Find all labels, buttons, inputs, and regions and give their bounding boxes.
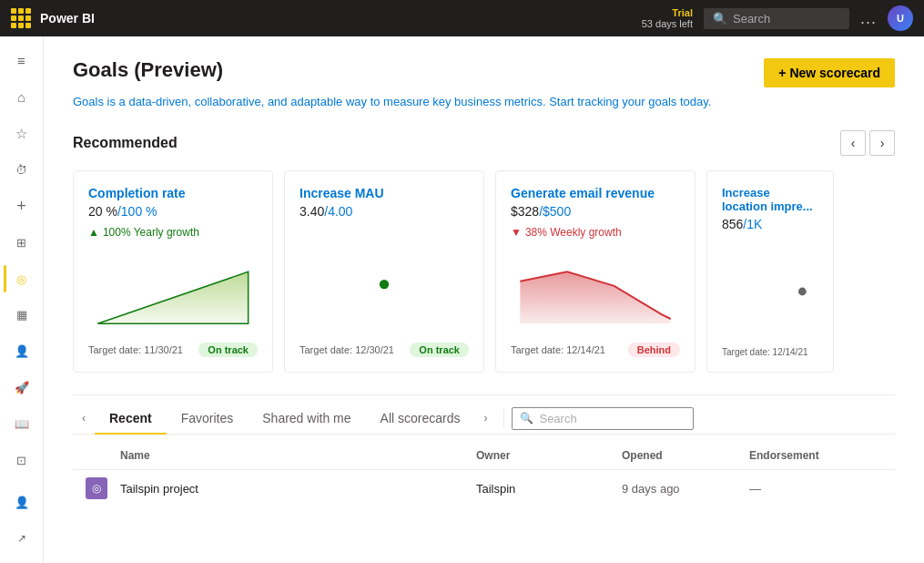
card-1-target-date: Target date: 11/30/21 xyxy=(88,344,183,355)
card-2-footer: Target date: 12/30/21 On track xyxy=(300,343,469,357)
global-search-input[interactable] xyxy=(733,12,842,26)
svg-marker-0 xyxy=(97,271,248,323)
tab-all-scorecards[interactable]: All scorecards xyxy=(366,404,475,435)
card-3-title: Generate email revenue xyxy=(511,186,680,200)
tabs-section: ‹ Recent Favorites Shared with me All sc… xyxy=(73,394,895,507)
trial-label: Trial xyxy=(672,7,693,18)
more-options-button[interactable]: ... xyxy=(860,9,877,28)
tab-recent[interactable]: Recent xyxy=(95,404,167,435)
col-header-endorsement: Endorsement xyxy=(742,445,888,466)
col-header-name: Name xyxy=(113,445,469,466)
nav-hamburger[interactable]: ≡ xyxy=(4,44,40,78)
nav-metrics[interactable]: ▦ xyxy=(4,298,40,333)
nav-goals[interactable]: ◎ xyxy=(4,261,40,296)
card-3-value: $328/$500 xyxy=(511,204,680,219)
search-icon: 🔍 xyxy=(713,12,727,26)
svg-point-3 xyxy=(798,287,807,295)
new-scorecard-button[interactable]: + New scorecard xyxy=(764,58,895,87)
card-3-target-date: Target date: 12/14/21 xyxy=(511,344,605,355)
card-completion-rate[interactable]: Completion rate 20 %/100 % ▲ 100% Yearly… xyxy=(73,170,273,373)
row-endorsement: — xyxy=(742,482,888,496)
row-name: Tailspin project xyxy=(113,482,469,496)
table-header: Name Owner Opened Endorsement xyxy=(73,445,895,466)
content-area: ≡ ⌂ ☆ ⏱ + ⊞ ◎ ▦ 👤 🚀 📖 ⊡ 👤 ↗ Goals (Previ… xyxy=(0,36,924,563)
card-2-value: 3.40/4.00 xyxy=(300,204,469,219)
tab-favorites[interactable]: Favorites xyxy=(167,404,249,435)
nav-user-profile[interactable]: 👤 xyxy=(4,485,40,519)
tabs-next-arrow[interactable]: › xyxy=(474,404,496,433)
card-3-footer: Target date: 12/14/21 Behind xyxy=(511,343,680,357)
card-2-target-date: Target date: 12/30/21 xyxy=(300,344,394,355)
col-header-owner: Owner xyxy=(469,445,614,466)
app-logo-grid xyxy=(11,8,31,28)
nav-sidebar: ≡ ⌂ ☆ ⏱ + ⊞ ◎ ▦ 👤 🚀 📖 ⊡ 👤 ↗ xyxy=(0,36,44,563)
nav-expand[interactable]: ↗ xyxy=(4,521,40,556)
card-1-title: Completion rate xyxy=(88,186,258,200)
recommended-section-header: Recommended ‹ › xyxy=(73,130,895,156)
page-content: Goals (Preview) + New scorecard Goals is… xyxy=(44,36,924,563)
nav-people[interactable]: 👤 xyxy=(4,334,40,369)
card-4-chart xyxy=(722,242,818,340)
card-1-status-badge: On track xyxy=(198,343,258,357)
page-header: Goals (Preview) + New scorecard xyxy=(73,58,895,87)
nav-home[interactable]: ⌂ xyxy=(4,80,40,115)
card-2-status-badge: On track xyxy=(410,343,469,357)
nav-book[interactable]: 📖 xyxy=(4,407,40,442)
card-4-value: 856/1K xyxy=(722,217,818,231)
recommended-cards-row: Completion rate 20 %/100 % ▲ 100% Yearly… xyxy=(73,170,895,373)
app-branding: Power BI xyxy=(11,8,95,28)
scorecard-icon: ◎ xyxy=(86,477,107,499)
table-row[interactable]: ◎ Tailspin project Tailspin 9 days ago — xyxy=(73,469,895,507)
user-avatar[interactable]: U xyxy=(888,5,913,31)
card-4-footer: Target date: 12/14/21 xyxy=(722,347,818,357)
card-1-value: 20 %/100 % xyxy=(88,204,258,219)
card-location[interactable]: Increase location impre... 856/1K Target… xyxy=(706,170,834,373)
page-description: Goals is a data-driven, collaborative, a… xyxy=(73,95,895,108)
tab-search-icon: 🔍 xyxy=(520,412,533,425)
row-opened: 9 days ago xyxy=(614,482,742,496)
card-2-title: Increase MAU xyxy=(300,186,469,200)
nav-create[interactable]: + xyxy=(4,189,40,223)
nav-favorites[interactable]: ☆ xyxy=(4,117,40,151)
carousel-next-button[interactable]: › xyxy=(869,130,895,156)
nav-recent[interactable]: ⏱ xyxy=(4,153,40,188)
col-header-opened: Opened xyxy=(614,445,742,466)
card-3-status-badge: Behind xyxy=(628,343,680,357)
card-email-revenue[interactable]: Generate email revenue $328/$500 ▼ 38% W… xyxy=(495,170,696,373)
tab-search-box[interactable]: 🔍 xyxy=(512,407,694,430)
tabs-nav: ‹ Recent Favorites Shared with me All sc… xyxy=(73,403,895,435)
top-bar: Power BI Trial 53 days left 🔍 ... U xyxy=(0,0,924,36)
tab-shared-with-me[interactable]: Shared with me xyxy=(248,404,365,435)
card-4-target-date: Target date: 12/14/21 xyxy=(722,347,808,357)
row-owner: Tailspin xyxy=(469,482,614,496)
card-4-title: Increase location impre... xyxy=(722,186,818,213)
nav-learn[interactable]: 🚀 xyxy=(4,371,40,405)
svg-point-1 xyxy=(380,280,389,289)
global-search-box[interactable]: 🔍 xyxy=(704,8,849,29)
card-increase-mau[interactable]: Increase MAU 3.40/4.00 Target date: 12/3… xyxy=(284,170,484,373)
app-name: Power BI xyxy=(40,11,95,26)
tabs-prev-arrow[interactable]: ‹ xyxy=(73,404,95,433)
tab-divider xyxy=(503,409,504,427)
card-2-chart xyxy=(300,230,469,335)
carousel-arrows: ‹ › xyxy=(840,130,895,156)
nav-workspaces[interactable]: ⊡ xyxy=(4,443,40,477)
tab-search-input[interactable] xyxy=(539,412,675,425)
card-1-trend: ▲ 100% Yearly growth xyxy=(88,226,258,239)
nav-apps[interactable]: ⊞ xyxy=(4,225,40,260)
card-3-trend: ▼ 38% Weekly growth xyxy=(511,226,680,239)
trend-up-icon: ▲ xyxy=(88,226,99,239)
card-1-chart xyxy=(88,250,258,335)
page-title: Goals (Preview) xyxy=(73,58,223,82)
trial-days: 53 days left xyxy=(642,18,693,29)
row-icon-cell: ◎ xyxy=(80,477,113,499)
card-1-footer: Target date: 11/30/21 On track xyxy=(88,343,258,357)
trial-badge: Trial 53 days left xyxy=(642,7,693,29)
card-3-chart xyxy=(511,250,680,335)
section-title: Recommended xyxy=(73,135,178,151)
col-header-icon xyxy=(80,445,113,466)
trend-down-icon: ▼ xyxy=(511,226,522,239)
carousel-prev-button[interactable]: ‹ xyxy=(840,130,866,156)
